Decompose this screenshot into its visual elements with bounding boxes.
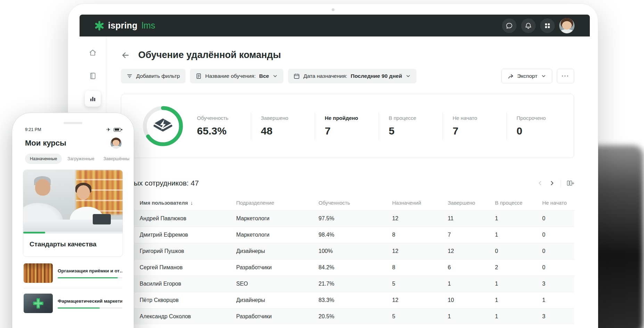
next-page-button[interactable] (549, 180, 555, 186)
cell-completed: 6 (448, 264, 495, 271)
course-filter-chip[interactable]: Название обучения: Все (190, 69, 284, 83)
cell-user-name: Александр Соколов (140, 313, 236, 320)
course-cover-image (23, 170, 123, 233)
report-page: Обучение удалённой команды Добавить филь… (106, 36, 590, 328)
chevron-right-icon (549, 180, 555, 186)
export-label: Экспорт (517, 73, 537, 79)
table-row[interactable]: Пётр Скворцов Дизайнеры 83.3% 12 10 1 1 (121, 292, 574, 308)
export-button[interactable]: Экспорт (501, 69, 552, 83)
add-columns-button[interactable] (567, 180, 574, 186)
chevron-down-icon (541, 73, 546, 79)
header-actions (502, 18, 575, 33)
summary-stats: Обученность 65.3% Завершено 48 Не пройде… (197, 112, 570, 140)
cell-assigned: 5 (392, 313, 448, 320)
course-thumbnail (24, 263, 53, 283)
tab-finished[interactable]: Завершённые (100, 154, 129, 164)
page-title: Обучение удалённой команды (138, 50, 281, 60)
stat-not-started: Не начато 7 (443, 112, 506, 140)
document-icon (196, 73, 202, 79)
asterisk-logo-icon (94, 20, 105, 31)
filters-bar: Добавить фильтр Название обучения: Все (121, 69, 574, 83)
calendar-icon (294, 73, 300, 79)
export-arrow-icon (507, 73, 514, 80)
cell-not-started: 3 (542, 313, 574, 320)
sort-desc-icon: ↓ (190, 200, 193, 206)
cell-trained: 21.7% (319, 281, 392, 287)
course-box-icon (155, 118, 171, 131)
column-completed[interactable]: Завершено (448, 200, 495, 206)
stat-trained: Обученность 65.3% (197, 112, 251, 140)
status-time: 9:21 PM (25, 127, 41, 132)
cell-not-started: 0 (542, 215, 574, 222)
cell-in-progress: 1 (495, 297, 542, 303)
cell-in-progress: 2 (495, 264, 542, 271)
column-assigned[interactable]: Назначений (392, 200, 448, 206)
brand-suffix: lms (142, 20, 155, 31)
column-department[interactable]: Подразделение (236, 200, 319, 206)
notifications-button[interactable] (521, 18, 536, 33)
tab-assigned[interactable]: Назначенные (25, 154, 62, 164)
course-progress-fill (58, 277, 118, 278)
table-row[interactable]: Григорий Пушков Дизайнеры 100% 12 12 0 0 (121, 243, 574, 259)
course-progress-track (58, 277, 122, 278)
sidebar-item-home[interactable] (85, 45, 101, 61)
tab-downloaded[interactable]: Загруженные (64, 154, 98, 164)
cell-trained: 84.2% (319, 264, 392, 271)
course-progress-fill (58, 308, 100, 309)
cell-in-progress: 1 (495, 281, 542, 287)
cell-user-name: Сергей Пиманов (140, 264, 236, 271)
cell-trained: 98.4% (319, 232, 392, 238)
cell-user-name: Пётр Скворцов (140, 297, 236, 303)
course-title: Организация приёмки и от… (58, 268, 122, 273)
prev-page-button[interactable] (537, 180, 543, 186)
table-row[interactable]: Дмитрий Ефремов Маркетологи 98.4% 8 7 1 … (121, 227, 574, 243)
cell-not-started: 0 (542, 232, 574, 238)
app-header: ispring lms (80, 15, 590, 36)
column-trained[interactable]: Обученность (319, 200, 392, 206)
chat-button[interactable] (502, 18, 517, 33)
user-avatar[interactable] (559, 18, 575, 33)
featured-course-card[interactable]: Стандарты качества (23, 170, 123, 257)
cell-completed: 10 (448, 297, 495, 303)
cell-completed: 12 (448, 248, 495, 254)
employees-table: Имя пользователя ↓ Подразделение Обученн… (121, 195, 574, 325)
add-filter-button[interactable]: Добавить фильтр (121, 69, 185, 83)
stat-completed: Завершено 48 (251, 112, 315, 140)
cell-department: SEO (236, 281, 319, 287)
cell-user-name: Василий Егоров (140, 281, 236, 287)
date-filter-label: Дата назначения: (303, 73, 347, 79)
date-filter-chip[interactable]: Дата назначения: Последние 90 дней (288, 69, 416, 83)
arrow-left-icon (121, 51, 130, 60)
table-row[interactable]: Сергей Пиманов Разработчики 84.2% 8 6 2 … (121, 259, 574, 276)
stat-failed: Не пройдено 7 (315, 112, 379, 140)
cell-in-progress: 0 (495, 248, 542, 254)
list-item[interactable]: Организация приёмки и от… (24, 258, 122, 288)
cell-user-name: Григорий Пушков (140, 248, 236, 254)
back-button[interactable] (121, 51, 130, 60)
column-not-started[interactable]: Не начато (542, 200, 574, 206)
mobile-user-avatar[interactable] (110, 138, 122, 149)
column-in-progress[interactable]: В процессе (495, 200, 542, 206)
courses-tabs: Назначенные Загруженные Завершённые (17, 154, 129, 164)
bell-icon (525, 22, 532, 30)
sidebar-item-courses[interactable] (85, 68, 101, 84)
cell-in-progress: 1 (495, 215, 542, 222)
table-row[interactable]: Александр Соколов Разработчики 20.5% 5 1… (121, 308, 574, 325)
cell-department: Дизайнеры (236, 248, 319, 254)
course-title: Фармацевтический маркетинг (58, 298, 122, 304)
cell-assigned: 5 (392, 281, 448, 287)
register-graphic (93, 214, 111, 224)
apps-button[interactable] (540, 18, 555, 33)
list-item[interactable]: Фармацевтический маркетинг (24, 288, 122, 318)
cell-department: Разработчики (236, 313, 319, 320)
cell-department: Разработчики (236, 264, 319, 271)
cell-user-name: Дмитрий Ефремов (140, 232, 236, 238)
course-filter-label: Название обучения: (205, 73, 256, 79)
table-row[interactable]: Василий Егоров SEO 21.7% 5 1 1 3 (121, 276, 574, 292)
sidebar-item-reports[interactable] (85, 91, 101, 107)
more-actions-button[interactable]: ··· (557, 69, 574, 83)
stat-overdue: Просрочено 0 (506, 112, 570, 140)
column-user-name[interactable]: Имя пользователя ↓ (140, 200, 236, 206)
table-row[interactable]: Андрей Павлюков Маркетологи 97.5% 12 11 … (121, 210, 574, 227)
cell-in-progress: 1 (495, 232, 542, 238)
